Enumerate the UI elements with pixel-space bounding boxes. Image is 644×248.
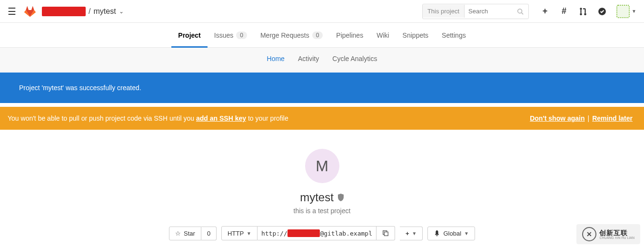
secondary-tabs: Home Activity Cycle Analytics [0, 48, 644, 72]
add-group: +▼ [400, 227, 423, 240]
subtab-cycle-analytics[interactable]: Cycle Analytics [326, 48, 384, 71]
breadcrumb-project[interactable]: mytest [93, 7, 116, 16]
alert-warning: You won't be able to pull or push projec… [0, 107, 644, 130]
svg-line-1 [522, 12, 524, 14]
tab-label: Wiki [376, 31, 389, 39]
alert-success: Project 'mytest' was successfully create… [0, 72, 644, 103]
primary-tabs: Project Issues0 Merge Requests0 Pipeline… [0, 23, 644, 48]
bell-icon [434, 230, 440, 237]
tab-snippets[interactable]: Snippets [396, 23, 435, 47]
caret-down-icon: ▼ [632, 9, 636, 14]
breadcrumb-owner-redacted[interactable] [42, 7, 86, 16]
gitlab-logo[interactable] [24, 5, 36, 18]
subtab-home[interactable]: Home [260, 48, 291, 71]
caret-down-icon: ▼ [412, 231, 417, 236]
tab-label: Settings [442, 31, 466, 39]
user-menu[interactable]: ▼ [616, 5, 636, 18]
watermark: ✕ 创新互联 CHUANG XIN HU LIAN [576, 224, 640, 244]
alert-success-text: Project 'mytest' was successfully create… [19, 84, 141, 92]
tab-wiki[interactable]: Wiki [370, 23, 396, 47]
action-bar: ☆ Star 0 HTTP ▼ http://@gitlab.exampl +▼ [0, 226, 644, 240]
todo-icon[interactable] [594, 3, 611, 20]
add-ssh-key-link[interactable]: add an SSH key [196, 114, 246, 122]
tab-label: Snippets [403, 31, 428, 39]
alert-actions: Don't show again | Remind later [530, 114, 633, 122]
tab-pipelines[interactable]: Pipelines [329, 23, 370, 47]
badge: 0 [312, 31, 323, 39]
svg-point-4 [584, 13, 586, 15]
search-icon[interactable] [512, 8, 528, 15]
watermark-logo: ✕ [582, 227, 596, 241]
url-prefix: http:// [261, 230, 287, 237]
svg-rect-7 [384, 232, 388, 236]
url-redacted [287, 229, 320, 237]
project-name-row: mytest [0, 191, 644, 204]
plus-icon[interactable]: + [536, 3, 554, 20]
badge: 0 [236, 31, 247, 39]
star-icon: ☆ [175, 230, 181, 237]
header-right: This project + # ▼ [422, 3, 636, 20]
visibility-shield-icon [337, 194, 344, 201]
breadcrumb: / mytest ⌄ [42, 7, 124, 16]
tab-settings[interactable]: Settings [435, 23, 473, 47]
copy-icon [382, 230, 389, 237]
clone-group: HTTP ▼ http://@gitlab.exampl [221, 226, 395, 240]
notification-label: Global [443, 230, 461, 237]
caret-down-icon: ▼ [247, 231, 251, 236]
star-group: ☆ Star 0 [169, 227, 217, 240]
remind-later-link[interactable]: Remind later [592, 114, 633, 122]
tab-label: Issues [214, 31, 233, 39]
tab-label: Merge Requests [260, 31, 309, 39]
project-avatar: M [305, 149, 339, 183]
hash-icon[interactable]: # [555, 3, 573, 20]
dont-show-again-link[interactable]: Don't show again [530, 114, 585, 122]
tab-project[interactable]: Project [171, 23, 207, 47]
breadcrumb-separator: / [89, 7, 90, 16]
chevron-down-icon[interactable]: ⌄ [119, 8, 124, 15]
notification-dropdown[interactable]: Global ▼ [427, 227, 475, 240]
watermark-sub: CHUANG XIN HU LIAN [599, 236, 634, 239]
plus-icon: + [406, 230, 409, 237]
subtab-activity[interactable]: Activity [291, 48, 326, 71]
tab-label: Pipelines [336, 31, 363, 39]
clone-url-input[interactable]: http://@gitlab.exampl [258, 226, 376, 240]
search-scope[interactable]: This project [423, 5, 465, 18]
alert-separator: | [588, 114, 590, 122]
tab-merge-requests[interactable]: Merge Requests0 [254, 23, 329, 47]
star-button[interactable]: ☆ Star [169, 227, 201, 240]
star-label: Star [184, 230, 195, 237]
project-name: mytest [300, 191, 334, 204]
top-header: ☰ / mytest ⌄ This project + # [0, 0, 644, 23]
warning-suffix: to your profile [246, 114, 288, 122]
hamburger-icon[interactable]: ☰ [8, 6, 16, 17]
protocol-label: HTTP [228, 230, 244, 237]
project-description: this is a test project [0, 207, 644, 215]
protocol-dropdown[interactable]: HTTP ▼ [221, 226, 258, 240]
copy-url-button[interactable] [376, 226, 395, 240]
watermark-main: 创新互联 [599, 229, 634, 236]
svg-point-2 [580, 8, 582, 10]
project-section: M mytest this is a test project ☆ Star 0… [0, 130, 644, 248]
avatar-icon [616, 5, 630, 18]
search-box: This project [422, 4, 529, 19]
url-suffix: @gitlab.exampl [320, 230, 372, 237]
tab-issues[interactable]: Issues0 [208, 23, 254, 47]
search-input[interactable] [465, 5, 512, 18]
tab-label: Project [178, 31, 200, 39]
watermark-text: 创新互联 CHUANG XIN HU LIAN [599, 229, 634, 239]
merge-request-icon[interactable] [575, 3, 592, 20]
svg-point-3 [580, 13, 582, 15]
warning-prefix: You won't be able to pull or push projec… [8, 114, 196, 122]
add-button[interactable]: +▼ [400, 227, 423, 240]
star-count[interactable]: 0 [201, 227, 217, 240]
svg-point-0 [518, 9, 522, 13]
alert-warning-text: You won't be able to pull or push projec… [8, 114, 288, 122]
caret-down-icon: ▼ [464, 231, 469, 236]
